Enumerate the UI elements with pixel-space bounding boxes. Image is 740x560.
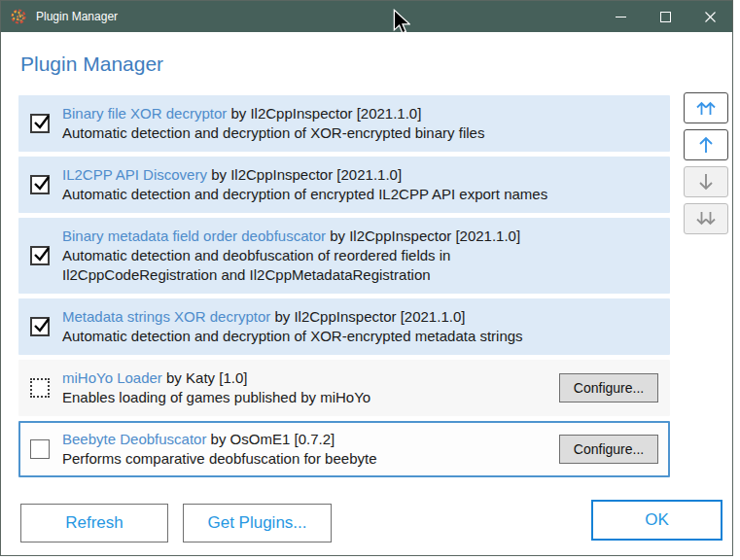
checkmark-icon [31, 315, 53, 336]
plugin-enabled-checkbox[interactable] [30, 317, 50, 336]
plugin-title-line: Beebyte Deobfuscator by OsOmE1 [0.7.2] [62, 430, 547, 449]
checkmark-icon [31, 112, 53, 133]
plugin-description: Automatic detection and decryption of en… [62, 185, 658, 204]
ok-button[interactable]: OK [591, 500, 722, 541]
checkmark-icon [31, 173, 53, 194]
titlebar: Plugin Manager [1, 1, 732, 32]
plugin-byline: by Katy [1.0] [166, 369, 247, 386]
plugin-description: Automatic detection and decryption of XO… [62, 327, 658, 346]
page-title: Plugin Manager [20, 52, 163, 76]
plugin-byline: by Il2CppInspector [2021.1.0] [230, 105, 421, 122]
window-title: Plugin Manager [36, 10, 118, 23]
plugin-row[interactable]: Binary metadata field order deobfuscator… [18, 218, 670, 294]
close-icon [705, 12, 716, 22]
plugin-enabled-checkbox[interactable] [30, 114, 50, 133]
close-button[interactable] [687, 1, 732, 32]
plugin-description: Automatic detection and decryption of XO… [62, 123, 658, 143]
checkmark-icon [31, 244, 53, 265]
plugin-description: Automatic detection and deobfuscation of… [62, 246, 658, 265]
plugin-name-link[interactable]: Beebyte Deobfuscator [62, 431, 206, 447]
move-to-top-icon [693, 97, 719, 119]
maximize-icon [660, 12, 671, 22]
plugin-row[interactable]: miHoYo Loader by Katy [1.0] Enables load… [18, 360, 670, 416]
minimize-icon [616, 17, 626, 18]
plugin-info: IL2CPP API Discovery by Il2CppInspector … [62, 165, 658, 204]
plugin-name-link[interactable]: Binary file XOR decryptor [62, 105, 227, 122]
reorder-button-column [684, 92, 728, 234]
plugin-byline: by Il2CppInspector [2021.1.0] [274, 308, 465, 325]
plugin-title-line: IL2CPP API Discovery by Il2CppInspector … [62, 165, 658, 185]
move-up-icon [693, 134, 719, 156]
plugin-info: Beebyte Deobfuscator by OsOmE1 [0.7.2] P… [62, 430, 547, 469]
plugin-enabled-checkbox[interactable] [30, 439, 50, 459]
plugin-row[interactable]: Beebyte Deobfuscator by OsOmE1 [0.7.2] P… [18, 421, 670, 477]
plugin-info: Binary file XOR decryptor by Il2CppInspe… [62, 104, 658, 143]
il2cpp-logo-icon [9, 7, 28, 26]
plugin-description: Il2CppCodeRegistration and Il2CppMetadat… [62, 265, 658, 285]
plugin-row[interactable]: IL2CPP API Discovery by Il2CppInspector … [18, 157, 670, 213]
mouse-cursor [393, 9, 410, 36]
plugin-name-link[interactable]: IL2CPP API Discovery [62, 166, 207, 183]
plugin-enabled-checkbox[interactable] [30, 378, 50, 398]
plugin-title-line: Binary metadata field order deobfuscator… [62, 227, 658, 246]
plugin-list: Binary file XOR decryptor by Il2CppInspe… [18, 95, 670, 482]
minimize-button[interactable] [598, 1, 643, 32]
configure-button[interactable]: Configure... [559, 373, 658, 402]
maximize-button[interactable] [643, 1, 687, 32]
plugin-title-line: miHoYo Loader by Katy [1.0] [62, 368, 547, 388]
plugin-description: Performs comparative deobfuscation for b… [62, 449, 547, 469]
plugin-name-link[interactable]: miHoYo Loader [62, 369, 162, 386]
move-to-top-button[interactable] [684, 92, 728, 123]
plugin-info: Metadata strings XOR decryptor by Il2Cpp… [62, 307, 658, 346]
plugin-byline: by OsOmE1 [0.7.2] [211, 431, 335, 447]
plugin-description: Enables loading of games published by mi… [62, 388, 547, 407]
plugin-byline: by Il2CppInspector [2021.1.0] [330, 228, 520, 244]
move-down-icon [693, 171, 719, 192]
move-to-bottom-button[interactable] [684, 203, 728, 234]
get-plugins-button[interactable]: Get Plugins... [183, 504, 332, 542]
plugin-byline: by Il2CppInspector [2021.1.0] [211, 166, 402, 183]
plugin-manager-window: Plugin Manager Plugin Manager [0, 0, 733, 556]
plugin-name-link[interactable]: Metadata strings XOR decryptor [62, 308, 270, 325]
move-to-bottom-icon [693, 208, 719, 229]
move-down-button[interactable] [684, 166, 728, 197]
plugin-row[interactable]: Metadata strings XOR decryptor by Il2Cpp… [18, 298, 670, 355]
plugin-info: Binary metadata field order deobfuscator… [62, 227, 658, 285]
plugin-info: miHoYo Loader by Katy [1.0] Enables load… [62, 368, 547, 407]
plugin-title-line: Binary file XOR decryptor by Il2CppInspe… [62, 104, 658, 123]
plugin-enabled-checkbox[interactable] [30, 175, 50, 194]
configure-button[interactable]: Configure... [559, 435, 658, 464]
plugin-enabled-checkbox[interactable] [30, 246, 50, 265]
plugin-title-line: Metadata strings XOR decryptor by Il2Cpp… [62, 307, 658, 327]
move-up-button[interactable] [684, 129, 728, 160]
plugin-row[interactable]: Binary file XOR decryptor by Il2CppInspe… [18, 95, 670, 152]
refresh-button[interactable]: Refresh [20, 504, 168, 542]
plugin-name-link[interactable]: Binary metadata field order deobfuscator [62, 228, 326, 244]
window-controls [598, 1, 732, 32]
